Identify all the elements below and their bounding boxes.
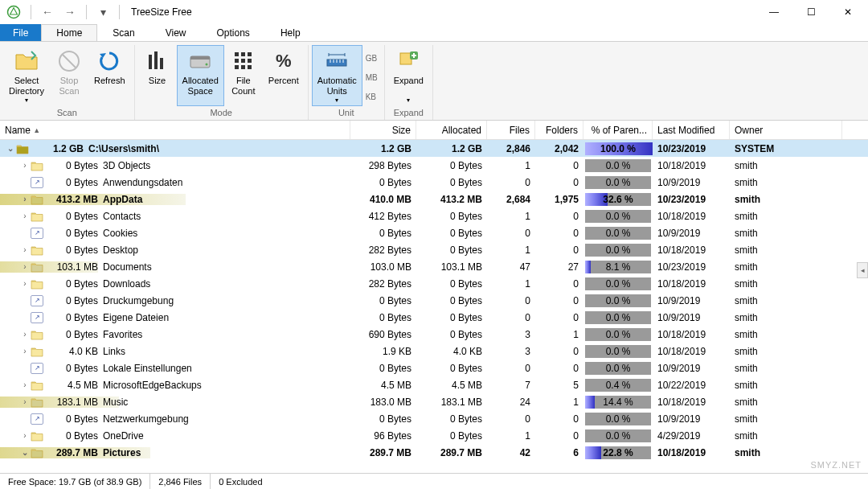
unit-gb[interactable]: GB (364, 53, 379, 64)
folder-icon (31, 278, 43, 290)
mode-percent-button[interactable]: % Percent (263, 45, 305, 106)
mode-size-button[interactable]: Size (138, 45, 177, 106)
window-title: TreeSize Free (131, 6, 192, 18)
back-button[interactable]: ← (38, 2, 57, 22)
svg-rect-15 (241, 65, 245, 69)
tree-row[interactable]: 0 BytesCookies0 Bytes0 Bytes000.0 %10/9/… (0, 224, 868, 241)
svg-rect-10 (248, 52, 252, 56)
junction-icon (31, 363, 43, 374)
folder-icon (31, 261, 43, 273)
expander-icon[interactable]: › (19, 279, 31, 288)
select-directory-button[interactable]: Select Directory▾ (3, 45, 50, 106)
tree-row[interactable]: ›4.5 MBMicrosoftEdgeBackups4.5 MB4.5 MB7… (0, 376, 868, 393)
expander-icon[interactable]: › (19, 347, 31, 355)
tree-row[interactable]: ›0 BytesFavorites690 Bytes0 Bytes310.0 %… (0, 326, 868, 343)
tree-row[interactable]: ⌄289.7 MBPictures289.7 MB289.7 MB42622.8… (0, 444, 868, 461)
svg-rect-2 (149, 55, 152, 69)
tree-row[interactable]: ›4.0 KBLinks1.9 KB4.0 KB300.0 %10/18/201… (0, 343, 868, 360)
percent-icon: % (271, 48, 297, 74)
svg-rect-6 (190, 56, 210, 60)
expander-icon[interactable]: › (19, 330, 31, 339)
expander-icon[interactable]: › (19, 431, 31, 440)
expander-icon[interactable]: ⌄ (5, 144, 16, 153)
stop-icon (56, 48, 82, 74)
minimize-button[interactable]: — (755, 0, 792, 24)
disk-icon (187, 48, 213, 74)
col-folders[interactable]: Folders (535, 121, 583, 139)
title-bar: ← → ▾ TreeSize Free — ☐ ✕ (0, 0, 868, 24)
tree-row[interactable]: 0 BytesDruckumgebung0 Bytes0 Bytes000.0 … (0, 292, 868, 309)
tree-row[interactable]: ›0 BytesOneDrive96 Bytes0 Bytes100.0 %4/… (0, 427, 868, 444)
refresh-icon (96, 48, 122, 74)
tree-row[interactable]: ⌄1.2 GBC:\Users\smith\1.2 GB1.2 GB2,8462… (0, 140, 868, 157)
tab-home[interactable]: Home (41, 24, 97, 41)
col-files[interactable]: Files (487, 121, 535, 139)
mode-allocated-button[interactable]: Allocated Space (177, 45, 224, 106)
tab-options[interactable]: Options (202, 24, 265, 41)
tree-row[interactable]: ›0 BytesContacts412 Bytes0 Bytes100.0 %1… (0, 208, 868, 224)
folder-icon (31, 346, 43, 357)
row-name: Favorites (103, 329, 142, 340)
svg-rect-8 (235, 52, 239, 56)
tree-row[interactable]: ›183.1 MBMusic183.0 MB183.1 MB24114.4 %1… (0, 393, 868, 410)
tree-row[interactable]: 0 BytesNetzwerkumgebung0 Bytes0 Bytes000… (0, 410, 868, 427)
tree-row[interactable]: 0 BytesAnwendungsdaten0 Bytes0 Bytes000.… (0, 174, 868, 191)
col-percent[interactable]: % of Paren... (583, 121, 653, 139)
tree-row[interactable]: 0 BytesEigene Dateien0 Bytes0 Bytes000.0… (0, 309, 868, 326)
expander-icon[interactable]: › (19, 380, 31, 389)
file-menu[interactable]: File (0, 24, 41, 41)
close-button[interactable]: ✕ (829, 0, 866, 24)
expander-icon[interactable]: › (19, 212, 31, 220)
stop-scan-button[interactable]: Stop Scan (50, 45, 88, 106)
row-name: Links (103, 346, 125, 357)
col-allocated[interactable]: Allocated (416, 121, 487, 139)
expander-icon[interactable]: › (19, 245, 31, 254)
svg-rect-11 (235, 59, 239, 63)
tree-row[interactable]: ›413.2 MBAppData410.0 MB413.2 MB2,6841,9… (0, 191, 868, 208)
expand-button[interactable]: Expand▾ (388, 45, 429, 106)
col-name[interactable]: Name ▲ (0, 121, 350, 139)
tree-row[interactable]: ›0 Bytes3D Objects298 Bytes0 Bytes100.0 … (0, 157, 868, 174)
expander-icon[interactable]: ⌄ (19, 448, 31, 457)
row-name: AppData (103, 194, 142, 205)
tree-row[interactable]: ›0 BytesDownloads282 Bytes0 Bytes100.0 %… (0, 275, 868, 292)
tab-help[interactable]: Help (265, 24, 316, 41)
folder-icon (31, 329, 43, 340)
expander-icon[interactable]: › (19, 262, 31, 271)
status-free-space: Free Space: 19.7 GB (of 38.9 GB) (0, 477, 149, 487)
open-folder-icon (14, 48, 39, 74)
unit-mb[interactable]: MB (364, 72, 379, 83)
row-name: Eigene Dateien (103, 312, 169, 323)
tree-row[interactable]: ›0 BytesDesktop282 Bytes0 Bytes100.0 %10… (0, 241, 868, 258)
dropdown-button[interactable]: ▾ (93, 2, 113, 22)
row-name: OneDrive (103, 430, 144, 442)
expander-icon[interactable]: › (19, 195, 31, 203)
grid-icon (231, 48, 256, 74)
expander-icon[interactable]: › (19, 161, 31, 170)
forward-button[interactable]: → (60, 2, 80, 22)
maximize-button[interactable]: ☐ (792, 0, 829, 24)
row-name: Pictures (103, 447, 141, 458)
refresh-button[interactable]: Refresh (88, 45, 131, 106)
ruler-icon (324, 48, 350, 74)
mode-filecount-button[interactable]: File Count (224, 45, 263, 106)
junction-icon (31, 312, 43, 323)
tree-row[interactable]: ›103.1 MBDocuments103.0 MB103.1 MB47278.… (0, 258, 868, 275)
junction-icon (31, 177, 43, 188)
tab-scan[interactable]: Scan (97, 24, 149, 41)
grid-body[interactable]: ⌄1.2 GBC:\Users\smith\1.2 GB1.2 GB2,8462… (0, 140, 868, 473)
col-owner[interactable]: Owner (730, 121, 842, 139)
row-name: Music (103, 397, 128, 408)
unit-kb[interactable]: KB (364, 92, 379, 102)
expander-icon[interactable]: › (19, 397, 31, 406)
row-name: Documents (103, 261, 152, 273)
col-modified[interactable]: Last Modified (653, 121, 730, 139)
tab-view[interactable]: View (150, 24, 202, 41)
row-name: Netzwerkumgebung (103, 413, 189, 425)
ribbon-group-unit: Automatic Units▾ GB MB KB Unit (309, 45, 385, 120)
detail-panel-toggle[interactable]: ◂ (857, 262, 868, 278)
svg-rect-12 (241, 59, 245, 63)
tree-row[interactable]: 0 BytesLokale Einstellungen0 Bytes0 Byte… (0, 360, 868, 376)
col-size[interactable]: Size (350, 121, 416, 139)
unit-automatic-button[interactable]: Automatic Units▾ (312, 45, 362, 106)
